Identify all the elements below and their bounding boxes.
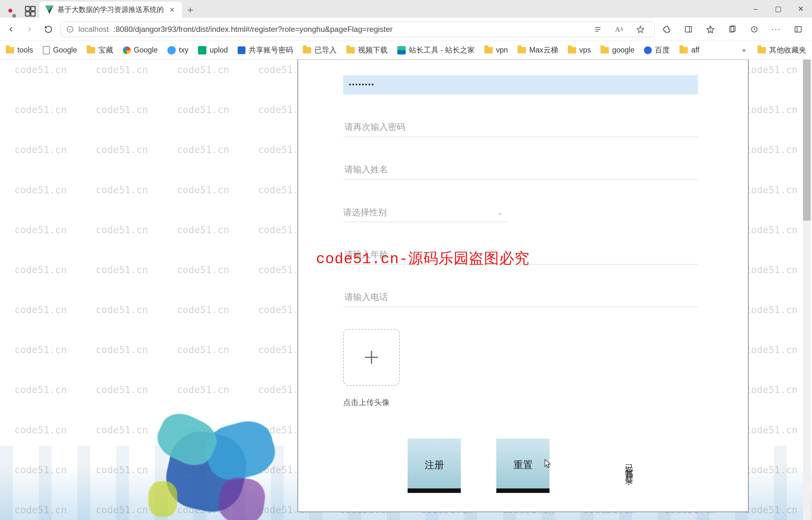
- workspaces-icon[interactable]: [24, 5, 37, 18]
- name-input[interactable]: [343, 160, 698, 179]
- browser-chrome: 基于大数据的学习资源推送系统的 × ＋ – ▢ ✕ localhost :808…: [0, 0, 812, 60]
- window-close-button[interactable]: ✕: [789, 0, 812, 18]
- bookmark-label: Google: [134, 46, 158, 54]
- confirm-password-input[interactable]: [343, 118, 698, 137]
- bookmark-label: uplod: [210, 46, 228, 54]
- bookmark-item[interactable]: txy: [167, 46, 188, 54]
- button-row: 注册 重置 已有账户登录: [408, 439, 731, 492]
- svg-rect-0: [25, 6, 30, 10]
- bookmark-item[interactable]: Google: [123, 46, 158, 54]
- register-button[interactable]: 注册: [408, 439, 461, 492]
- tab-title: 基于大数据的学习资源推送系统的: [57, 5, 164, 15]
- tab-close-icon[interactable]: ×: [168, 5, 176, 15]
- bookmarks-overflow-chevron-icon[interactable]: »: [740, 46, 748, 54]
- nav-refresh-button[interactable]: [42, 23, 55, 36]
- page-viewport: code51.cncode51.cncode51.cncode51.cncode…: [0, 60, 812, 520]
- chevron-down-icon: ⌄: [497, 208, 508, 217]
- bookmarks-bar: toolsGoogle宝藏Googletxyuplod共享账号密码已导入视频下载…: [0, 41, 812, 60]
- bookmark-item[interactable]: tools: [6, 46, 33, 54]
- share-icon: [238, 46, 245, 54]
- bookmark-label: google: [612, 46, 634, 54]
- confirm-password-row: [343, 118, 731, 137]
- bookmark-label: vpn: [496, 46, 508, 54]
- bookmark-label: tools: [18, 46, 33, 54]
- collections-icon[interactable]: [726, 23, 738, 35]
- name-row: [343, 160, 731, 179]
- bookmark-item[interactable]: aff: [680, 46, 699, 54]
- bookmark-item[interactable]: 已导入: [303, 45, 337, 55]
- password-input[interactable]: [343, 75, 698, 95]
- bookmark-item[interactable]: Google: [43, 46, 77, 54]
- g-icon: [123, 46, 131, 54]
- gender-placeholder: 请选择性别: [343, 207, 497, 218]
- bookmark-label: txy: [179, 46, 188, 54]
- bookmark-item[interactable]: uplod: [198, 46, 228, 54]
- folder-icon: [568, 47, 576, 53]
- phone-row: [343, 288, 731, 307]
- bd-icon: [644, 46, 652, 54]
- folder-icon: [758, 47, 766, 53]
- svg-rect-2: [25, 12, 30, 16]
- favorite-star-icon[interactable]: [634, 23, 646, 35]
- favorites-icon[interactable]: [704, 23, 717, 35]
- upload-section: 点击上传头像: [343, 329, 731, 408]
- avatar-upload-box[interactable]: [343, 329, 400, 386]
- url-bar[interactable]: localhost :8080/djangor3r93/front/dist/i…: [60, 22, 655, 37]
- bookmark-item[interactable]: vps: [568, 46, 591, 54]
- bookmark-label: Max云梯: [529, 45, 558, 55]
- phone-input[interactable]: [343, 288, 698, 307]
- bookmark-item[interactable]: google: [600, 46, 634, 54]
- bookmark-item[interactable]: 共享账号密码: [238, 45, 293, 55]
- register-card: code51.cn-源码乐园盗图必究 请选择性别 ⌄: [297, 60, 749, 512]
- bookmark-item[interactable]: 站长工具 - 站长之家: [397, 45, 475, 55]
- more-menu-icon[interactable]: ···: [770, 23, 782, 35]
- reading-mode-icon[interactable]: [592, 23, 604, 35]
- bookmark-label: 视频下载: [358, 45, 388, 55]
- bookmark-item[interactable]: 百度: [644, 45, 670, 55]
- scrollbar-thumb[interactable]: [803, 60, 811, 221]
- gender-select[interactable]: 请选择性别 ⌄: [343, 203, 508, 222]
- login-link[interactable]: 已有账户登录: [624, 458, 635, 473]
- zz-icon: [397, 46, 406, 54]
- bookmark-label: 已导入: [314, 45, 337, 55]
- password-row: [343, 75, 731, 95]
- tab-strip: 基于大数据的学习资源推送系统的 × ＋ – ▢ ✕: [0, 0, 812, 18]
- window-maximize-button[interactable]: ▢: [767, 0, 789, 18]
- site-info-icon[interactable]: [66, 25, 74, 33]
- age-input[interactable]: [343, 245, 698, 264]
- nav-back-button[interactable]: [4, 23, 18, 36]
- upl-icon: [198, 46, 206, 54]
- bookmark-item[interactable]: Max云梯: [518, 45, 558, 55]
- browser-tab-active[interactable]: 基于大数据的学习资源推送系统的 ×: [39, 2, 182, 18]
- sidebar-toggle-icon[interactable]: [682, 23, 695, 35]
- plus-icon: [362, 348, 381, 367]
- profile-icon[interactable]: [8, 9, 17, 18]
- svg-rect-3: [31, 12, 35, 16]
- svg-rect-5: [685, 26, 692, 32]
- bookmark-item[interactable]: vpn: [484, 46, 508, 54]
- url-host: localhost: [78, 25, 109, 34]
- reset-button[interactable]: 重置: [496, 439, 549, 492]
- avatar-upload-hint: 点击上传头像: [343, 397, 731, 408]
- shopping-icon[interactable]: [748, 23, 760, 35]
- toolbar-right: ···: [660, 23, 804, 35]
- bookmark-label: 站长工具 - 站长之家: [409, 45, 475, 55]
- folder-icon: [87, 47, 95, 53]
- bookmark-item[interactable]: 视频下载: [346, 45, 388, 55]
- bookmark-label: 百度: [655, 45, 670, 55]
- folder-icon: [680, 47, 688, 53]
- address-bar-row: localhost :8080/djangor3r93/front/dist/i…: [0, 18, 812, 41]
- window-controls: – ▢ ✕: [744, 0, 812, 18]
- bookmark-item[interactable]: 宝藏: [87, 45, 113, 55]
- window-minimize-button[interactable]: –: [744, 0, 767, 18]
- text-size-icon[interactable]: AA: [613, 23, 625, 35]
- folder-icon: [484, 47, 493, 53]
- new-tab-button[interactable]: ＋: [182, 2, 198, 18]
- gender-row: 请选择性别 ⌄: [343, 203, 731, 222]
- bookmarks-other-folder[interactable]: 其他收藏夹: [758, 45, 806, 55]
- extensions-icon[interactable]: [660, 23, 673, 35]
- bookmarks-other-label: 其他收藏夹: [769, 45, 806, 55]
- copilot-icon[interactable]: [792, 23, 804, 35]
- folder-icon: [6, 47, 14, 53]
- folder-icon: [303, 47, 311, 53]
